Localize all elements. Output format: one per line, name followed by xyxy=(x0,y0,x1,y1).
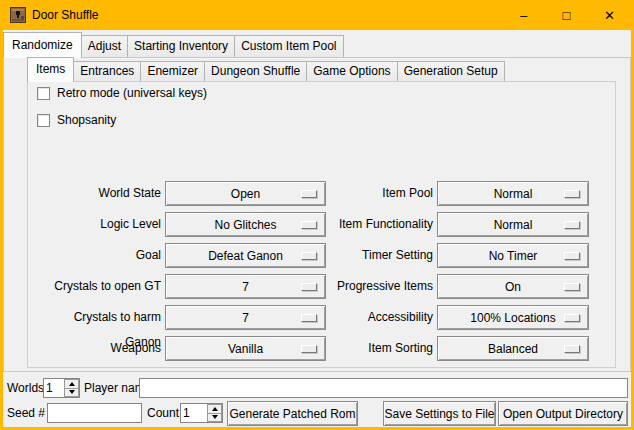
dropdown-indicator-icon xyxy=(301,314,317,322)
tab-game-options[interactable]: Game Options xyxy=(306,61,397,81)
accessibility-label: Accessibility xyxy=(319,305,433,330)
tab-generation-setup[interactable]: Generation Setup xyxy=(397,61,505,81)
shopsanity-row: Shopsanity xyxy=(37,113,116,128)
window-title: Door Shuffle xyxy=(32,0,99,30)
goal-label: Goal xyxy=(37,243,161,268)
dropdown-indicator-icon xyxy=(564,252,580,260)
dropdown-value: 7 xyxy=(242,280,249,294)
player-names-input[interactable] xyxy=(139,378,628,398)
item-pool-label: Item Pool xyxy=(319,181,433,206)
item-pool-dropdown[interactable]: Normal xyxy=(437,181,589,206)
world-state-dropdown[interactable]: Open xyxy=(165,181,326,206)
dropdown-value: Normal xyxy=(494,218,533,232)
spin-down-icon xyxy=(69,390,75,394)
door-icon xyxy=(10,7,26,23)
crystals-gt-label: Crystals to open GT xyxy=(37,274,161,299)
progressive-items-dropdown[interactable]: On xyxy=(437,274,589,299)
dropdown-indicator-icon xyxy=(564,345,580,353)
shopsanity-label: Shopsanity xyxy=(57,113,116,128)
accessibility-dropdown[interactable]: 100% Locations xyxy=(437,305,589,330)
dropdown-value: Vanilla xyxy=(228,342,263,356)
tab-dungeon-shuffle[interactable]: Dungeon Shuffle xyxy=(204,61,307,81)
maximize-button[interactable]: □ xyxy=(545,0,588,30)
tab-randomize[interactable]: Randomize xyxy=(3,32,82,58)
titlebar: Door Shuffle – □ ✕ xyxy=(0,0,634,30)
dropdown-indicator-icon xyxy=(301,283,317,291)
dropdown-indicator-icon xyxy=(301,190,317,198)
spin-up-icon xyxy=(212,407,218,411)
randomize-tab-bar: Items Entrances Enemizer Dungeon Shuffle… xyxy=(27,57,504,82)
worlds-label: Worlds xyxy=(7,378,44,398)
crystals-gt-dropdown[interactable]: 7 xyxy=(165,274,326,299)
dropdown-indicator-icon xyxy=(301,345,317,353)
dropdown-value: 7 xyxy=(242,311,249,325)
count-spin-down-button[interactable] xyxy=(207,413,222,423)
seed-input[interactable] xyxy=(47,403,142,423)
world-state-label: World State xyxy=(37,181,161,206)
retro-mode-label: Retro mode (universal keys) xyxy=(57,86,207,101)
dropdown-value: No Glitches xyxy=(214,218,276,232)
dropdown-value: No Timer xyxy=(489,249,538,263)
dropdown-indicator-icon xyxy=(564,221,580,229)
crystals-ganon-dropdown[interactable]: 7 xyxy=(165,305,326,330)
weapons-label: Weapons xyxy=(37,336,161,361)
worlds-spin-down-button[interactable] xyxy=(64,388,79,398)
item-functionality-label: Item Functionality xyxy=(319,212,433,237)
dropdown-indicator-icon xyxy=(301,252,317,260)
logic-level-label: Logic Level xyxy=(37,212,161,237)
open-output-directory-button[interactable]: Open Output Directory xyxy=(498,401,628,426)
main-tab-bar: Randomize Adjust Starting Inventory Cust… xyxy=(3,32,343,58)
dropdown-value: Defeat Ganon xyxy=(208,249,283,263)
dropdown-indicator-icon xyxy=(301,221,317,229)
progressive-items-label: Progressive Items xyxy=(319,274,433,299)
retro-mode-row: Retro mode (universal keys) xyxy=(37,86,207,101)
tab-adjust[interactable]: Adjust xyxy=(81,35,128,57)
tab-entrances[interactable]: Entrances xyxy=(73,61,141,81)
retro-mode-checkbox[interactable] xyxy=(37,87,50,100)
weapons-dropdown[interactable]: Vanilla xyxy=(165,336,326,361)
dropdown-value: 100% Locations xyxy=(470,311,555,325)
count-label: Count xyxy=(147,403,179,423)
tab-enemizer[interactable]: Enemizer xyxy=(140,61,205,81)
spin-up-icon xyxy=(69,382,75,386)
seed-label: Seed # xyxy=(7,403,45,423)
worlds-spinner xyxy=(43,378,80,398)
save-settings-button[interactable]: Save Settings to File xyxy=(383,401,496,426)
window-content: Randomize Adjust Starting Inventory Cust… xyxy=(3,30,631,427)
items-panel: Retro mode (universal keys) Shopsanity W… xyxy=(27,81,616,368)
tab-items[interactable]: Items xyxy=(27,57,74,82)
dropdown-indicator-icon xyxy=(564,190,580,198)
item-functionality-dropdown[interactable]: Normal xyxy=(437,212,589,237)
maximize-icon: □ xyxy=(563,8,571,23)
door-shuffle-window: Door Shuffle – □ ✕ Randomize Adjust Star… xyxy=(0,0,634,430)
dropdown-indicator-icon xyxy=(564,283,580,291)
dropdown-value: Balanced xyxy=(488,342,538,356)
dropdown-value: On xyxy=(505,280,521,294)
count-spinner xyxy=(180,403,223,423)
goal-dropdown[interactable]: Defeat Ganon xyxy=(165,243,326,268)
crystals-ganon-label: Crystals to harm Ganon xyxy=(37,305,161,330)
close-button[interactable]: ✕ xyxy=(588,0,631,30)
close-icon: ✕ xyxy=(604,8,615,23)
dropdown-value: Normal xyxy=(494,187,533,201)
tab-custom-item-pool[interactable]: Custom Item Pool xyxy=(234,35,343,57)
timer-setting-dropdown[interactable]: No Timer xyxy=(437,243,589,268)
dropdown-value: Open xyxy=(231,187,260,201)
logic-level-dropdown[interactable]: No Glitches xyxy=(165,212,326,237)
minimize-button[interactable]: – xyxy=(502,0,545,30)
timer-setting-label: Timer Setting xyxy=(319,243,433,268)
item-sorting-dropdown[interactable]: Balanced xyxy=(437,336,589,361)
dropdown-indicator-icon xyxy=(564,314,580,322)
tab-starting-inventory[interactable]: Starting Inventory xyxy=(127,35,235,57)
count-input[interactable] xyxy=(181,404,207,422)
spin-down-icon xyxy=(212,415,218,419)
generate-patched-rom-button[interactable]: Generate Patched Rom xyxy=(227,401,358,426)
minimize-icon: – xyxy=(520,8,527,23)
shopsanity-checkbox[interactable] xyxy=(37,114,50,127)
worlds-input[interactable] xyxy=(44,379,64,397)
item-sorting-label: Item Sorting xyxy=(319,336,433,361)
